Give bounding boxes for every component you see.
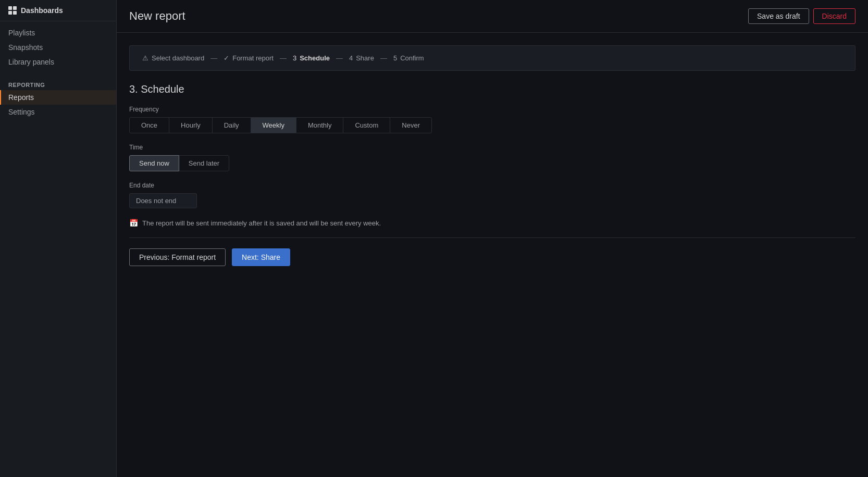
send-later-tab[interactable]: Send later xyxy=(179,155,229,171)
sidebar-item-settings[interactable]: Settings xyxy=(0,105,116,119)
discard-button[interactable]: Discard xyxy=(813,8,855,24)
topbar: New report Save as draft Discard xyxy=(117,0,868,33)
freq-tab-monthly[interactable]: Monthly xyxy=(296,118,344,133)
step-divider-3: — xyxy=(336,54,343,62)
sidebar-title: Dashboards xyxy=(21,6,63,15)
end-date-field-group: End date Does not end xyxy=(129,182,855,208)
frequency-label: Frequency xyxy=(129,106,855,113)
step-5-num: 5 xyxy=(393,54,397,62)
warning-icon: ⚠ xyxy=(142,54,148,62)
sidebar: Dashboards Playlists Snapshots Library p… xyxy=(0,0,117,477)
sidebar-header[interactable]: Dashboards xyxy=(0,0,116,21)
wizard-step-2[interactable]: ✓ Format report xyxy=(224,54,274,62)
freq-tab-custom[interactable]: Custom xyxy=(343,118,390,133)
frequency-field-group: Frequency Once Hourly Daily Weekly Month… xyxy=(129,106,855,133)
wizard-step-1[interactable]: ⚠ Select dashboard xyxy=(142,54,204,62)
bottom-nav: Previous: Format report Next: Share xyxy=(129,248,855,266)
info-message: 📅 The report will be sent immediately af… xyxy=(129,219,855,227)
freq-tab-weekly[interactable]: Weekly xyxy=(251,118,296,133)
step-1-label: Select dashboard xyxy=(152,54,204,62)
end-date-label: End date xyxy=(129,182,855,189)
reporting-section-title: Reporting xyxy=(0,78,116,90)
sidebar-main-section: Playlists Snapshots Library panels xyxy=(0,21,116,73)
freq-tab-daily[interactable]: Daily xyxy=(213,118,251,133)
freq-tab-never[interactable]: Never xyxy=(390,118,431,133)
sidebar-item-snapshots[interactable]: Snapshots xyxy=(0,40,116,55)
dashboards-icon xyxy=(8,6,17,15)
time-field-group: Time Send now Send later xyxy=(129,144,855,171)
frequency-tabs: Once Hourly Daily Weekly Monthly Custom … xyxy=(129,117,432,133)
freq-tab-once[interactable]: Once xyxy=(130,118,169,133)
send-now-tab[interactable]: Send now xyxy=(129,155,179,171)
step-3-label: Schedule xyxy=(300,54,330,62)
sidebar-item-playlists[interactable]: Playlists xyxy=(0,26,116,40)
info-message-text: The report will be sent immediately afte… xyxy=(142,219,381,227)
step-divider-1: — xyxy=(210,54,217,62)
step-4-num: 4 xyxy=(349,54,353,62)
wizard-step-3[interactable]: 3 Schedule xyxy=(293,54,330,62)
next-button[interactable]: Next: Share xyxy=(232,248,290,266)
page-title: New report xyxy=(129,9,185,23)
step-divider-4: — xyxy=(380,54,387,62)
check-icon: ✓ xyxy=(224,54,229,62)
save-draft-button[interactable]: Save as draft xyxy=(748,8,809,24)
step-2-label: Format report xyxy=(232,54,274,62)
section-divider xyxy=(129,237,855,238)
schedule-section-title: 3. Schedule xyxy=(129,83,855,95)
step-divider-2: — xyxy=(280,54,287,62)
sidebar-reporting-section: Reporting Reports Settings xyxy=(0,73,116,123)
step-4-label: Share xyxy=(356,54,374,62)
freq-tab-hourly[interactable]: Hourly xyxy=(169,118,213,133)
end-date-input[interactable]: Does not end xyxy=(129,193,197,208)
sidebar-item-library-panels[interactable]: Library panels xyxy=(0,55,116,69)
prev-button[interactable]: Previous: Format report xyxy=(129,248,226,266)
time-tabs: Send now Send later xyxy=(129,155,229,171)
topbar-actions: Save as draft Discard xyxy=(748,8,855,24)
step-3-num: 3 xyxy=(293,54,296,62)
wizard-step-4[interactable]: 4 Share xyxy=(349,54,374,62)
calendar-icon: 📅 xyxy=(129,219,138,227)
wizard-step-5[interactable]: 5 Confirm xyxy=(393,54,424,62)
content-area: 3. Schedule Frequency Once Hourly Daily … xyxy=(117,71,868,477)
main-content: New report Save as draft Discard ⚠ Selec… xyxy=(117,0,868,477)
sidebar-item-reports[interactable]: Reports xyxy=(0,90,116,105)
time-label: Time xyxy=(129,144,855,151)
step-5-label: Confirm xyxy=(400,54,424,62)
wizard-steps: ⚠ Select dashboard — ✓ Format report — 3… xyxy=(129,45,855,71)
